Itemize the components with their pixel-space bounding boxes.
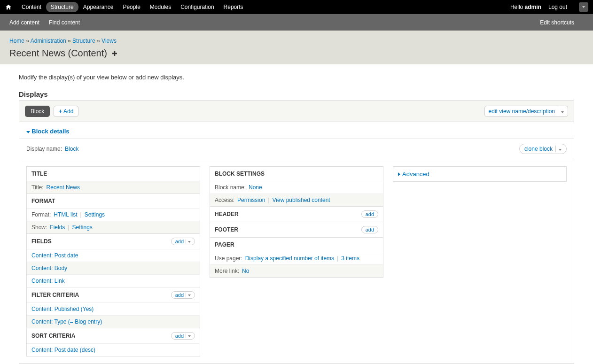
title-header: TITLE bbox=[27, 167, 200, 181]
title-value[interactable]: Recent News bbox=[47, 184, 80, 191]
field-row: Content: Body bbox=[27, 262, 200, 274]
use-pager-setting[interactable]: 3 items bbox=[341, 255, 359, 262]
edit-shortcuts-link[interactable]: Edit shortcuts bbox=[540, 19, 574, 26]
column-2: BLOCK SETTINGS Block name: None Access: … bbox=[210, 166, 383, 278]
more-link-value[interactable]: No bbox=[242, 268, 249, 274]
edit-view-name-button[interactable]: edit view name/description bbox=[484, 106, 568, 117]
drawer-toggle[interactable] bbox=[579, 2, 588, 12]
use-pager-row: Use pager: Display a specified number of… bbox=[210, 252, 383, 264]
tab-add[interactable]: + Add bbox=[54, 106, 78, 117]
menu-reports[interactable]: Reports bbox=[219, 2, 248, 12]
shortcut-add-content[interactable]: Add content bbox=[9, 19, 39, 26]
menu-structure[interactable]: Structure bbox=[46, 2, 78, 12]
filter-row: Content: Type (= Blog entry) bbox=[27, 315, 200, 328]
shortcut-find-content[interactable]: Find content bbox=[49, 19, 80, 26]
column-1: TITLE Title: Recent News FORMAT Format: … bbox=[26, 166, 200, 356]
format-settings[interactable]: Settings bbox=[85, 211, 105, 218]
filter-row: Content: Published (Yes) bbox=[27, 302, 200, 315]
block-name-row: Block name: None bbox=[210, 181, 383, 194]
menu-configuration[interactable]: Configuration bbox=[176, 2, 218, 12]
more-link-row: More link: No bbox=[210, 264, 383, 277]
filter-header: FILTER CRITERIA add bbox=[27, 287, 200, 302]
format-header: FORMAT bbox=[27, 194, 200, 208]
toolbar-right: Hello admin Log out bbox=[510, 2, 588, 12]
sort-header: SORT CRITERIA add bbox=[27, 328, 200, 343]
bc-structure[interactable]: Structure bbox=[72, 38, 95, 44]
content-area: Modify the display(s) of your view below… bbox=[0, 64, 593, 364]
block-name-value[interactable]: None bbox=[249, 184, 262, 191]
footer-add[interactable]: add bbox=[361, 226, 378, 233]
tab-block[interactable]: Block bbox=[25, 106, 50, 117]
fields-header: FIELDS add bbox=[27, 233, 200, 249]
shortcut-bar: Add content Find content Edit shortcuts bbox=[0, 14, 593, 31]
field-row: Content: Link bbox=[27, 274, 200, 287]
sort-row: Content: Post date (desc) bbox=[27, 343, 200, 356]
use-pager-value[interactable]: Display a specified number of items bbox=[245, 255, 334, 262]
sort-link[interactable]: Content: Post date (desc) bbox=[31, 347, 95, 353]
filter-link[interactable]: Content: Published (Yes) bbox=[31, 306, 94, 312]
add-shortcut-icon[interactable]: ✚ bbox=[112, 50, 117, 57]
displays-box: Block + Add edit view name/description B… bbox=[19, 101, 574, 364]
field-link[interactable]: Content: Link bbox=[31, 278, 65, 284]
sort-add[interactable]: add bbox=[171, 332, 195, 340]
clone-block-button[interactable]: clone block bbox=[519, 144, 567, 154]
admin-toolbar: Content Structure Appearance People Modu… bbox=[0, 0, 593, 14]
field-link[interactable]: Content: Post date bbox=[31, 252, 78, 259]
bc-views[interactable]: Views bbox=[101, 38, 117, 44]
pager-header: PAGER bbox=[210, 237, 383, 252]
details-wrapper: Block details Display name: Block clone … bbox=[19, 122, 574, 364]
menu-content[interactable]: Content bbox=[17, 2, 46, 12]
show-settings[interactable]: Settings bbox=[72, 224, 93, 231]
menu-modules[interactable]: Modules bbox=[145, 2, 176, 12]
display-name-label: Display name: bbox=[26, 146, 62, 152]
advanced-toggle[interactable]: Advanced bbox=[393, 167, 566, 181]
access-value[interactable]: Permission bbox=[237, 197, 265, 203]
block-details-toggle[interactable]: Block details bbox=[19, 122, 574, 139]
displays-tabs: Block + Add edit view name/description bbox=[19, 101, 574, 122]
access-setting[interactable]: View published content bbox=[273, 197, 330, 203]
field-row: Content: Post date bbox=[27, 249, 200, 262]
header-header: HEADER add bbox=[210, 206, 383, 222]
toolbar-menu: Content Structure Appearance People Modu… bbox=[17, 2, 248, 12]
logout-link[interactable]: Log out bbox=[548, 4, 567, 10]
hello-user: Hello admin bbox=[510, 4, 541, 10]
field-link[interactable]: Content: Body bbox=[31, 265, 67, 271]
menu-appearance[interactable]: Appearance bbox=[78, 2, 118, 12]
footer-header: FOOTER add bbox=[210, 222, 383, 237]
bc-admin[interactable]: Administration bbox=[31, 38, 66, 44]
header-add[interactable]: add bbox=[361, 210, 378, 218]
breadcrumb: Home » Administration » Structure » View… bbox=[9, 38, 584, 44]
intro-text: Modify the display(s) of your view below… bbox=[19, 74, 574, 81]
page-title: Recent News (Content) ✚ bbox=[9, 48, 584, 59]
show-value[interactable]: Fields bbox=[50, 224, 65, 231]
title-row: Title: Recent News bbox=[27, 181, 200, 194]
filter-link[interactable]: Content: Type (= Blog entry) bbox=[31, 318, 102, 325]
display-name-row: Display name: Block clone block bbox=[19, 139, 574, 159]
menu-people[interactable]: People bbox=[118, 2, 145, 12]
access-row: Access: Permission | View published cont… bbox=[210, 194, 383, 206]
columns: TITLE Title: Recent News FORMAT Format: … bbox=[19, 159, 574, 364]
region-header: Home » Administration » Structure » View… bbox=[0, 31, 593, 64]
show-row: Show: Fields | Settings bbox=[27, 221, 200, 233]
fields-add[interactable]: add bbox=[171, 238, 195, 245]
format-row: Format: HTML list | Settings bbox=[27, 208, 200, 221]
filter-add[interactable]: add bbox=[171, 291, 195, 299]
format-value[interactable]: HTML list bbox=[54, 211, 77, 218]
bc-home[interactable]: Home bbox=[9, 38, 24, 44]
display-name-value[interactable]: Block bbox=[65, 146, 78, 152]
column-3: Advanced bbox=[393, 166, 567, 182]
block-settings-header: BLOCK SETTINGS bbox=[210, 167, 383, 181]
home-icon[interactable] bbox=[5, 3, 12, 11]
displays-heading: Displays bbox=[19, 90, 574, 98]
